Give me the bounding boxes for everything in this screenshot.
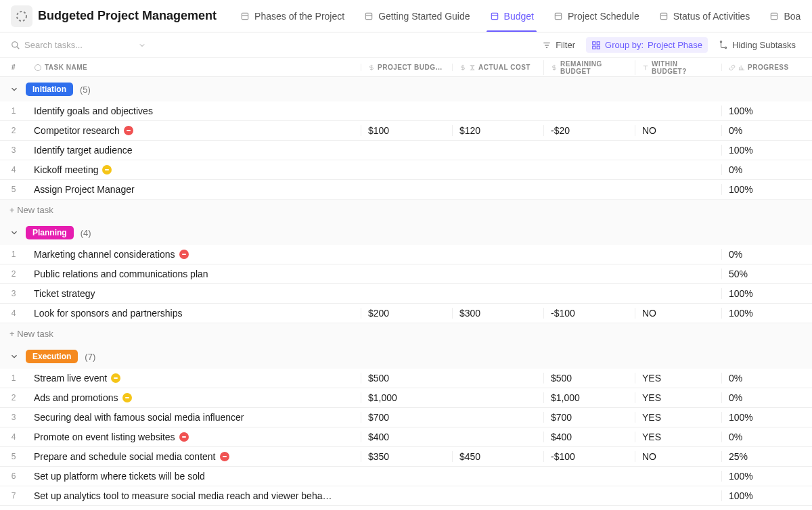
group-toggle-icon[interactable]: [9, 228, 19, 237]
remaining-cell[interactable]: $1,000: [543, 392, 635, 403]
within-cell[interactable]: NO: [635, 308, 721, 319]
table-row[interactable]: 1Marketing channel considerations0%: [0, 245, 812, 264]
tab-phases-of-the-project[interactable]: Phases of the Project: [230, 0, 354, 32]
task-name-cell[interactable]: Prepare and schedule social media conten…: [27, 451, 361, 462]
tab-project-schedule[interactable]: Project Schedule: [543, 0, 649, 32]
task-name-cell[interactable]: Set up analytics tool to measure social …: [27, 490, 361, 501]
table-row[interactable]: 5Prepare and schedule social media conte…: [0, 447, 812, 467]
task-name-cell[interactable]: Look for sponsors and partnerships: [27, 308, 361, 319]
actual-cell[interactable]: $120: [452, 125, 543, 136]
budget-cell[interactable]: $200: [361, 308, 452, 319]
budget-cell[interactable]: $100: [361, 125, 452, 136]
progress-cell[interactable]: 0%: [721, 373, 812, 384]
task-name-cell[interactable]: Identify target audience: [27, 145, 361, 156]
table-row[interactable]: 4Look for sponsors and partnerships$200$…: [0, 304, 812, 323]
remaining-cell[interactable]: -$100: [543, 308, 635, 319]
task-name-cell[interactable]: Marketing channel considerations: [27, 249, 361, 260]
progress-cell[interactable]: 0%: [721, 249, 812, 260]
progress-cell[interactable]: 50%: [721, 269, 812, 279]
progress-cell[interactable]: 0%: [721, 164, 812, 175]
hiding-subtasks-button[interactable]: Hiding Subtasks: [713, 37, 801, 53]
search-dropdown-icon[interactable]: [137, 40, 148, 51]
remaining-cell[interactable]: -$20: [543, 125, 635, 136]
budget-cell[interactable]: $1,000: [361, 392, 452, 403]
progress-cell[interactable]: 100%: [721, 412, 812, 423]
budget-cell[interactable]: $500: [361, 373, 452, 384]
task-name-cell[interactable]: Assign Project Manager: [27, 184, 361, 195]
task-name-cell[interactable]: Promote on event listing websites: [27, 432, 361, 442]
column-actual[interactable]: ACTUAL COST: [452, 64, 543, 71]
progress-cell[interactable]: 0%: [721, 432, 812, 442]
filter-button[interactable]: Filter: [537, 37, 581, 53]
progress-cell[interactable]: 100%: [721, 145, 812, 156]
progress-cell[interactable]: 100%: [721, 308, 812, 319]
group-pill[interactable]: Execution: [26, 350, 78, 363]
table-row[interactable]: 3Securing deal with famous social media …: [0, 408, 812, 427]
status-blocked-icon: [220, 452, 229, 461]
within-cell[interactable]: YES: [635, 432, 721, 442]
within-cell[interactable]: YES: [635, 373, 721, 384]
group-toggle-icon[interactable]: [9, 352, 19, 361]
groupby-button[interactable]: Group by: Project Phase: [586, 37, 708, 53]
actual-cell[interactable]: $450: [452, 451, 543, 462]
actual-cell[interactable]: $300: [452, 308, 543, 319]
tab-board[interactable]: Board: [759, 0, 801, 32]
progress-cell[interactable]: 100%: [721, 288, 812, 299]
task-name-cell[interactable]: Set up platform where tickets will be so…: [27, 471, 361, 482]
table-row[interactable]: 7Set up analytics tool to measure social…: [0, 486, 812, 506]
table-row[interactable]: 6Set up platform where tickets will be s…: [0, 467, 812, 486]
status-blocked-icon: [179, 432, 189, 442]
workspace-icon[interactable]: [11, 5, 32, 27]
progress-cell[interactable]: 100%: [721, 184, 812, 195]
remaining-cell[interactable]: $700: [543, 412, 635, 423]
task-name-cell[interactable]: Kickoff meeting: [27, 164, 361, 175]
group-pill[interactable]: Planning: [26, 226, 74, 239]
table-row[interactable]: 3Identify target audience100%: [0, 141, 812, 160]
within-cell[interactable]: YES: [635, 412, 721, 423]
table-row[interactable]: 1Stream live event$500$500YES0%: [0, 369, 812, 388]
budget-cell[interactable]: $700: [361, 412, 452, 423]
column-remaining[interactable]: REMAINING BUDGET: [543, 60, 635, 75]
within-cell[interactable]: NO: [635, 451, 721, 462]
task-name-cell[interactable]: Ticket strategy: [27, 288, 361, 299]
progress-cell[interactable]: 0%: [721, 392, 812, 403]
remaining-cell[interactable]: $400: [543, 432, 635, 442]
progress-cell[interactable]: 100%: [721, 106, 812, 116]
progress-cell[interactable]: 100%: [721, 471, 812, 482]
task-name-cell[interactable]: Competitor research: [27, 125, 361, 136]
table-row[interactable]: 4Kickoff meeting0%: [0, 160, 812, 180]
within-cell[interactable]: YES: [635, 392, 721, 403]
search-input[interactable]: [24, 40, 133, 50]
task-name-cell[interactable]: Stream live event: [27, 373, 361, 384]
table-row[interactable]: 2Public relations and communications pla…: [0, 264, 812, 284]
table-row[interactable]: 5Assign Project Manager100%: [0, 180, 812, 200]
new-task-button[interactable]: + New task: [0, 200, 812, 221]
tab-getting-started-guide[interactable]: Getting Started Guide: [354, 0, 479, 32]
task-name-cell[interactable]: Public relations and communications plan: [27, 269, 361, 279]
budget-cell[interactable]: $350: [361, 451, 452, 462]
table-row[interactable]: 3Ticket strategy100%: [0, 284, 812, 304]
within-cell[interactable]: NO: [635, 125, 721, 136]
progress-cell[interactable]: 0%: [721, 125, 812, 136]
task-name-cell[interactable]: Ads and promotions: [27, 392, 361, 403]
progress-cell[interactable]: 100%: [721, 490, 812, 501]
task-name-cell[interactable]: Identify goals and objectives: [27, 106, 361, 116]
group-toggle-icon[interactable]: [9, 85, 19, 94]
tab-budget[interactable]: Budget: [480, 0, 543, 32]
column-progress[interactable]: PROGRESS: [721, 64, 812, 71]
progress-cell[interactable]: 25%: [721, 451, 812, 462]
group-pill[interactable]: Initiation: [26, 83, 73, 96]
new-task-button[interactable]: + New task: [0, 323, 812, 344]
task-name-cell[interactable]: Securing deal with famous social media i…: [27, 412, 361, 423]
table-row[interactable]: 2Competitor research$100$120-$20NO0%: [0, 121, 812, 141]
table-row[interactable]: 1Identify goals and objectives100%: [0, 101, 812, 121]
table-row[interactable]: 2Ads and promotions$1,000$1,000YES0%: [0, 388, 812, 408]
remaining-cell[interactable]: $500: [543, 373, 635, 384]
budget-cell[interactable]: $400: [361, 432, 452, 442]
remaining-cell[interactable]: -$100: [543, 451, 635, 462]
column-budget[interactable]: PROJECT BUDG…: [361, 64, 452, 71]
tab-status-of-activities[interactable]: Status of Activities: [649, 0, 760, 32]
column-taskname[interactable]: TASK NAME: [27, 64, 361, 72]
column-within[interactable]: WITHIN BUDGET?: [635, 60, 721, 75]
table-row[interactable]: 4Promote on event listing websites$400$4…: [0, 427, 812, 447]
